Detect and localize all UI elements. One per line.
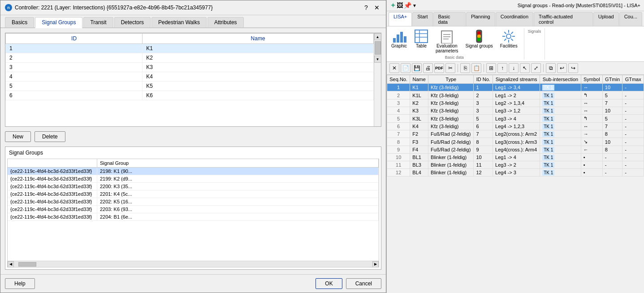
ribbon-item-signal-groups[interactable]: Signal groups [463,28,496,54]
list-item[interactable]: {ce22-119c-4fd4-bc3d-62d33f1ed33f} 2201:… [8,190,379,198]
toolbar-icon-2[interactable]: 📌 [404,2,411,9]
cell-type: Fuß/Rad (2-feldig) [428,146,474,154]
svg-point-13 [477,31,481,35]
toolbar-btn-paste[interactable]: 📋 [471,63,481,73]
toolbar-btn-expand[interactable]: ⤢ [531,63,541,73]
ribbon: Graphic Table [387,26,644,62]
table-row[interactable]: 2 K2 [6,53,374,63]
controller-dialog: n Controller: 2221 (Layer: Intersections… [0,0,386,293]
signal-groups-section: Signal Groups Signal Group {ce22-119c-4f… [5,146,381,270]
scroll-up-arrow[interactable]: ▲ [374,33,381,40]
table-row[interactable]: 3 K2 Kfz (3-feldig) 3 Leg2 -> 1,3,4 TK 1… [387,99,644,107]
table-row[interactable]: 1 K1 Kfz (3-feldig) 1 Leg1 -> 3,4 TK 1 ↔… [387,84,644,91]
scroll-down-arrow[interactable]: ▼ [374,56,381,63]
list-item[interactable]: {ce22-119c-4fd4-bc3d-62d33f1ed33f} 2203:… [8,206,379,213]
horizontal-scrollbar[interactable]: ◀ ▶ [8,261,379,267]
scroll-track[interactable] [14,262,372,267]
toolbar-btn-up[interactable]: ↑ [497,63,507,73]
cancel-button[interactable]: Cancel [346,278,381,289]
tab-transit[interactable]: Transit [83,17,113,27]
table-row[interactable]: 5 K3L Kfz (3-feldig) 5 Leg3 -> 4 TK 1 ↰ … [387,115,644,123]
cell-type: Fuß/Rad (2-feldig) [428,130,474,138]
scroll-left-arrow[interactable]: ◀ [8,261,14,267]
main-table-scroll[interactable]: ID Name 1 K1 2 K2 [5,33,374,126]
delete-button[interactable]: Delete [35,131,65,142]
toolbar-btn-redo[interactable]: ↪ [568,63,578,73]
tab-pedestrian-walks[interactable]: Pedestrian Walks [151,17,207,27]
ribbon-item-evaluation[interactable]: Evaluationparameters [433,28,461,54]
toolbar-icon-1[interactable]: 🖼 [397,2,403,9]
toolbar-btn-grid[interactable]: ⊞ [486,63,496,73]
ribbon-item-facilities[interactable]: Facilities [497,28,520,54]
ribbon-item-graphic[interactable]: Graphic [389,28,410,54]
cell-id: 12 [474,169,493,177]
tab-signal-groups[interactable]: Signal Groups [35,17,82,28]
list-item[interactable]: {ce22-119c-4fd4-bc3d-62d33f1ed33f} 2199:… [8,175,379,183]
cell-gtmin: 10 [602,138,622,146]
scroll-thumb[interactable] [18,262,36,267]
tab-upload[interactable]: Upload [593,12,619,26]
toolbar-btn-pdf[interactable]: PDF [434,63,444,73]
toolbar-btn-save[interactable]: 💾 [412,63,422,73]
toolbar-btn-undo[interactable]: ↩ [557,63,567,73]
tab-more[interactable]: Cou... [619,12,642,26]
help-title-button[interactable]: ? [362,3,371,12]
data-table-container[interactable]: Seq.No. Name Type ID No. Signalized stre… [387,75,644,293]
new-button[interactable]: New [5,131,31,142]
table-row[interactable]: 6 K4 Kfz (3-feldig) 6 Leg4 -> 1,2,3 TK 1… [387,123,644,130]
svg-rect-4 [415,30,428,43]
tab-detectors[interactable]: Detectors [114,17,151,27]
table-row[interactable]: 4 K4 [6,72,374,82]
tab-start[interactable]: Start [412,12,432,26]
cell-streams: Leg1 -> 4 [493,154,540,161]
cell-symbol: ↔ [581,123,602,130]
table-row[interactable]: 7 F2 Fuß/Rad (2-feldig) 7 Leg2(cross.): … [387,130,644,138]
table-row[interactable]: 12 BL4 Blinker (1-feldig) 12 Leg4 -> 3 T… [387,169,644,177]
toolbar-btn-filter[interactable]: ⧉ [546,63,556,73]
table-row[interactable]: 3 K3 [6,63,374,72]
ribbon-item-table[interactable]: Table [411,28,431,54]
dropdown-arrow[interactable]: ▼ [412,3,417,8]
toolbar-btn-scissors[interactable]: ✂ [445,63,455,73]
cell-gtmax: - [622,99,644,107]
tab-basics[interactable]: Basics [5,17,34,27]
table-row[interactable]: 5 K5 [6,82,374,91]
toolbar-btn-down[interactable]: ↓ [509,63,519,73]
close-title-button[interactable]: ✕ [372,3,381,12]
table-row[interactable]: 4 K3 Kfz (3-feldig) 3 Leg3 -> 1,2 TK 1 ↔… [387,107,644,115]
tab-coordination[interactable]: Coordination [496,12,533,26]
list-item[interactable]: {ce22-119c-4fd4-bc3d-62d33f1ed33f} 2202:… [8,198,379,206]
cell-type: Kfz (3-feldig) [428,115,474,123]
table-row[interactable]: 2 K1L Kfz (3-feldig) 2 Leg1 -> 2 TK 1 ↰ … [387,91,644,99]
table-row[interactable]: 9 F4 Fuß/Rad (2-feldig) 9 Leg4(cross.): … [387,146,644,154]
table-row[interactable]: 8 F3 Fuß/Rad (2-feldig) 8 Leg3(cross.): … [387,138,644,146]
table-row[interactable]: 10 BL1 Blinker (1-feldig) 10 Leg1 -> 4 T… [387,154,644,161]
list-item[interactable]: {ce22-119c-4fd4-bc3d-62d33f1ed33f} 2198:… [8,168,379,175]
sg-cell-id: {ce22-119c-4fd4-bc3d-62d33f1ed33f} [8,190,97,198]
tab-attributes[interactable]: Attributes [207,17,244,27]
tk1-badge: TK 1 [542,108,554,114]
scroll-thumb[interactable] [375,41,381,55]
toolbar-btn-copy[interactable]: ⎘ [460,63,470,73]
toolbar-btn-cursor[interactable]: ↖ [520,63,530,73]
toolbar-btn-print[interactable]: 🖨 [423,63,433,73]
cell-gtmin: 8 [602,130,622,138]
toolbar-btn-new[interactable]: 📄 [401,63,411,73]
sg-cell-value: 2201: K4 (5c... [97,190,379,198]
sg-rows[interactable]: {ce22-119c-4fd4-bc3d-62d33f1ed33f} 2198:… [8,168,379,261]
ok-button[interactable]: OK [316,278,342,289]
tab-planning[interactable]: Planning [466,12,495,26]
scroll-right-arrow[interactable]: ▶ [372,261,379,267]
table-row[interactable]: 1 K1 [6,44,374,53]
list-item[interactable]: {ce22-119c-4fd4-bc3d-62d33f1ed33f} 2200:… [8,183,379,190]
tab-lisa-plus[interactable]: LISA+ [389,12,412,26]
table-row[interactable]: 6 K6 [6,91,374,100]
help-button[interactable]: Help [5,278,35,289]
vertical-scrollbar[interactable]: ▲ ▼ [374,33,381,126]
tab-traffic-actuated[interactable]: Traffic-actuated control [534,12,593,26]
list-item[interactable]: {ce22-119c-4fd4-bc3d-62d33f1ed33f} 2204:… [8,213,379,221]
table-row[interactable]: 11 BL3 Blinker (1-feldig) 11 Leg3 -> 2 T… [387,161,644,169]
toolbar-btn-delete[interactable]: ✕ [389,63,399,73]
row-id: 6 [6,91,143,100]
tab-basic-data[interactable]: Basic data [433,12,466,26]
